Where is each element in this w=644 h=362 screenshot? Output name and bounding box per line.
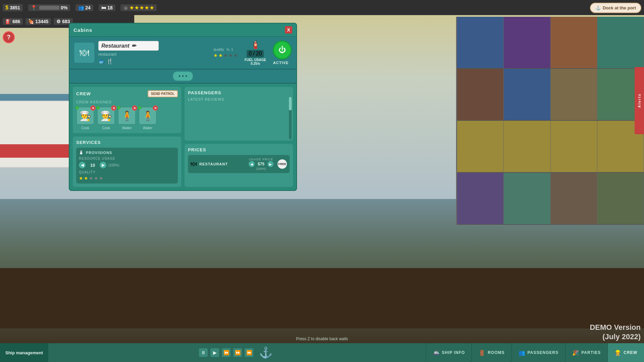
quality-label-row: quality lv. 1: [213, 47, 238, 51]
seats-max: 20: [256, 51, 262, 57]
fuel-icon: ⛽: [5, 19, 11, 24]
happiness-display: ☺ ★ ★ ★ ★ ★: [120, 4, 156, 11]
alerts-label: Alerts: [637, 93, 641, 108]
tab-parties[interactable]: 🎉 PARTIES: [565, 343, 607, 362]
crew-avatar[interactable]: 🧍 ✕: [118, 107, 136, 125]
services-title: SERVICES: [76, 140, 178, 145]
prices-title: PRICES: [188, 147, 290, 152]
ship-hull-red: [0, 144, 77, 158]
crew-remove-button[interactable]: ✕: [132, 105, 137, 111]
crew-avatar-icon: 👨‍🍳: [100, 110, 112, 121]
dock-icon: ⚓: [595, 5, 601, 10]
stepper-increase-button[interactable]: ▶: [100, 162, 106, 168]
top-bar: $ 3851 📍 0% 👥 24 🛏 18 ☺ ★ ★ ★ ★ ★: [0, 0, 644, 15]
crew-avatar[interactable]: 🧍 ✕: [139, 107, 157, 125]
tab-passengers-label: PASSENGERS: [528, 350, 558, 355]
crew-nav-icon: 👷: [614, 350, 622, 356]
active-toggle-button[interactable]: ⏻: [273, 41, 292, 59]
help-button[interactable]: ?: [3, 31, 15, 43]
restaurant-price-icon: 🍽: [191, 161, 197, 168]
dock-button[interactable]: ⚓ Dock at the port: [590, 3, 641, 13]
passengers-value: 24: [85, 5, 91, 10]
restaurant-name-field[interactable]: Restaurant ✏: [98, 41, 159, 51]
price-increase-button[interactable]: ▶: [267, 161, 274, 167]
crew-active-dot: [76, 106, 79, 109]
services-panel: SERVICES 🧂 PROVISIONS RESOURCE USAGE ◀ 1…: [73, 137, 181, 187]
tab-passengers[interactable]: 👥 PASSENGERS: [511, 343, 565, 362]
price-pct: (100%): [249, 167, 274, 170]
send-patrol-button[interactable]: SEND PATROL: [148, 90, 178, 97]
location-bar: [39, 6, 59, 10]
ship-floor-2: [457, 69, 644, 121]
dock-label: Dock at the port: [603, 5, 636, 10]
ship-floor-4: [457, 173, 644, 225]
fast-forward-button[interactable]: ⏩: [221, 348, 231, 357]
tab-crew[interactable]: 👷 CREW: [607, 343, 644, 362]
tab-rooms[interactable]: 🚪 ROOMS: [472, 343, 511, 362]
nav-tabs: 🚢 SHIP INFO 🚪 ROOMS 👥 PASSENGERS 🎉 PARTI…: [426, 343, 644, 362]
stepper-decrease-button[interactable]: ◀: [79, 162, 86, 168]
dialog-body: CREW SEND PATROL CREW ASSIGNED 👨‍🍳 ✕: [69, 84, 296, 190]
playback-controls: ⏸ ▶ ⏩ ⏩ ⏩: [199, 348, 254, 357]
crew-avatar-icon: 🧍: [142, 110, 154, 121]
restaurant-price-name: RESTAURANT: [199, 162, 246, 166]
price-item: 🍽 RESTAURANT USAGE PRICE ◀ $75 ▶ (100%) …: [188, 155, 290, 173]
close-icon: X: [287, 27, 290, 33]
scroll-bar[interactable]: [289, 97, 292, 139]
happiness-stars: ★ ★ ★ ★ ★: [130, 5, 154, 10]
crew-member: 🧍 ✕ Waiter: [118, 107, 136, 130]
faster-button[interactable]: ⏩: [233, 348, 242, 357]
crew-remove-button[interactable]: ✕: [111, 105, 116, 111]
pause-icon: ⏸: [201, 350, 206, 355]
crew-remove-button[interactable]: ✕: [90, 105, 96, 111]
fuel-usage-box: 🧯 0 / 20 FUEL USAGE 0.25/s: [245, 40, 266, 65]
crew-avatar[interactable]: 👨‍🍳 ✕: [97, 107, 115, 125]
anchor-icon: ⚓: [259, 346, 273, 359]
crew-active-dot: [138, 106, 141, 109]
crew-role-label: Waiter: [122, 126, 132, 130]
fastest-button[interactable]: ⏩: [244, 348, 254, 357]
bottom-bar: Ship management ⏸ ▶ ⏩ ⏩ ⏩ ⚓ 🚢 SHIP INFO: [0, 343, 644, 362]
service-name: 🧂 PROVISIONS: [79, 150, 175, 155]
pause-button[interactable]: ⏸: [199, 348, 208, 357]
crew-remove-button[interactable]: ✕: [153, 105, 158, 111]
ship-hull-left: [0, 101, 77, 168]
tab-rooms-label: ROOMS: [488, 350, 504, 355]
crew-header: CREW SEND PATROL: [76, 90, 178, 97]
cook-icon: 🍴: [106, 58, 113, 64]
stepper-value: 10: [88, 163, 98, 168]
rooms-value: 18: [107, 5, 113, 10]
seats-current: 0: [249, 51, 252, 57]
price-decrease-button[interactable]: ◀: [249, 161, 255, 167]
dialog-header: Cabins X: [69, 23, 296, 37]
usage-price-label: USAGE PRICE: [249, 158, 274, 161]
dialog-title: Cabins: [73, 27, 92, 33]
dialog-close-button[interactable]: X: [285, 26, 292, 34]
crew-avatar[interactable]: 👨‍🍳 ✕: [76, 107, 94, 125]
crew-avatar-icon: 👨‍🍳: [80, 110, 91, 121]
free-label: FREE: [278, 162, 286, 166]
stepper-pct: (100%): [108, 163, 119, 167]
dots-button[interactable]: • • •: [173, 71, 193, 81]
parts-value: 683: [62, 19, 70, 24]
ship-info-icon: 🚢: [433, 350, 440, 356]
location-icon: 📍: [31, 5, 37, 10]
tab-crew-label: CREW: [624, 350, 637, 355]
bottom-center: ⏸ ▶ ⏩ ⏩ ⏩ ⚓: [48, 346, 426, 359]
restaurant-name-text: Restaurant: [101, 43, 130, 49]
passengers-icon: 👥: [78, 5, 84, 10]
panel-right: PASSENGERS LATEST REVIEWS PRICES 🍽 RESTA…: [185, 87, 293, 187]
rooms-nav-icon: 🚪: [479, 350, 486, 356]
tab-ship-info[interactable]: 🚢 SHIP INFO: [426, 343, 472, 362]
food-value: 13445: [35, 19, 48, 24]
alerts-panel[interactable]: Alerts: [635, 67, 644, 134]
cabins-dialog: Cabins X 🍽 Restaurant ✏ restaurant 🐟 🍴 q…: [69, 23, 297, 191]
fuel-display: ⛽ 686: [3, 18, 23, 25]
restaurant-type: restaurant: [98, 52, 207, 57]
fuel-usage-label: FUEL USAGE 0.25/s: [245, 58, 266, 65]
ship-management-label: Ship management: [0, 343, 48, 362]
panel-left: CREW SEND PATROL CREW ASSIGNED 👨‍🍳 ✕: [73, 87, 181, 187]
food-display: 🍖 13445: [26, 18, 51, 25]
play-button[interactable]: ▶: [210, 348, 219, 357]
faster-icon: ⏩: [235, 350, 241, 355]
